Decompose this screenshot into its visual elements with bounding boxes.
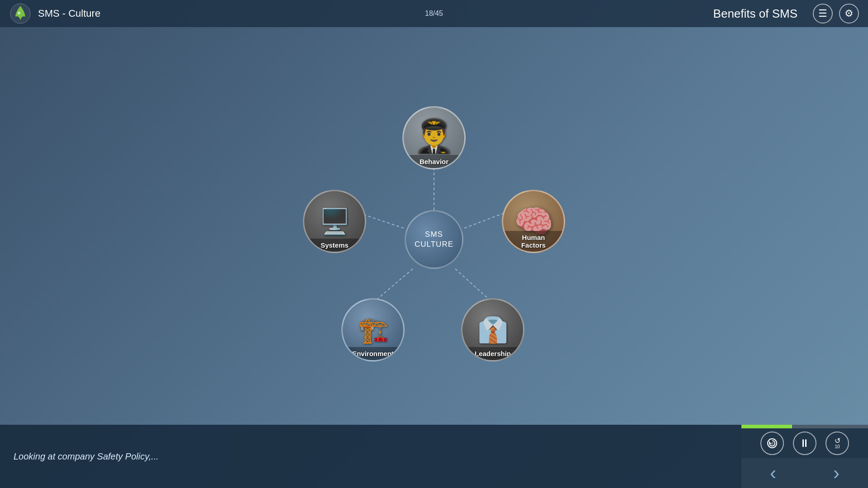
header-right: Benefits of SMS ☰ ⚙ — [713, 4, 859, 23]
header: SMS - Culture 18/45 Benefits of SMS ☰ ⚙ — [0, 0, 868, 27]
center-node-label-line1: SMS — [415, 230, 453, 239]
next-icon: › — [833, 462, 840, 484]
node-leadership[interactable]: 👔 Leadership — [461, 298, 524, 361]
prev-icon: ‹ — [770, 462, 776, 484]
menu-icon: ☰ — [818, 8, 827, 19]
footer: Looking at company Safety Policy,... ↺ ⏸… — [0, 425, 868, 488]
controls-top: ↺ ⏸ ↺ 10 — [741, 428, 868, 458]
app-title: SMS - Culture — [38, 8, 100, 19]
systems-label: Systems — [304, 239, 365, 252]
pause-icon: ⏸ — [799, 437, 810, 450]
center-node-sms-culture[interactable]: SMS CULTURE — [405, 210, 463, 269]
controls-bottom: ‹ › — [741, 458, 868, 488]
rewind-icon: ↺ 10 — [835, 437, 840, 449]
svg-line-5 — [373, 269, 413, 303]
header-left: SMS - Culture — [9, 2, 100, 25]
behavior-label: Behavior — [404, 155, 464, 168]
menu-button[interactable]: ☰ — [813, 4, 833, 23]
progress-bar — [741, 425, 868, 428]
footer-controls: ↺ ⏸ ↺ 10 ‹ › — [741, 425, 868, 488]
replay-button[interactable]: ↺ — [760, 432, 784, 455]
diagram: SMS CULTURE 👨‍✈️ Behavior 🖥️ Systems 🧠 H… — [276, 81, 592, 398]
node-systems[interactable]: 🖥️ Systems — [303, 190, 366, 253]
settings-button[interactable]: ⚙ — [839, 4, 859, 23]
node-human-factors[interactable]: 🧠 HumanFactors — [502, 190, 565, 253]
environment-label: Environment — [343, 347, 403, 360]
slide-counter: 18/45 — [425, 9, 443, 18]
settings-icon: ⚙ — [844, 8, 854, 19]
svg-line-6 — [455, 269, 493, 303]
footer-status-text: Looking at company Safety Policy,... — [14, 451, 159, 462]
center-node-label-line2: CULTURE — [415, 239, 453, 249]
svg-point-1 — [18, 12, 20, 14]
logo-icon — [9, 2, 32, 25]
pause-button[interactable]: ⏸ — [793, 432, 816, 455]
main-content: SMS CULTURE 👨‍✈️ Behavior 🖥️ Systems 🧠 H… — [0, 27, 868, 452]
prev-button[interactable]: ‹ — [761, 462, 785, 484]
next-button[interactable]: › — [824, 462, 849, 484]
footer-text-area: Looking at company Safety Policy,... — [0, 425, 741, 488]
svg-text:↺: ↺ — [771, 442, 774, 445]
leadership-label: Leadership — [462, 347, 523, 360]
header-course-title: Benefits of SMS — [713, 7, 797, 21]
human-factors-label: HumanFactors — [503, 231, 564, 252]
node-environment[interactable]: 🏗️ Environment — [341, 298, 405, 361]
rewind-button[interactable]: ↺ 10 — [826, 432, 849, 455]
node-behavior[interactable]: 👨‍✈️ Behavior — [402, 106, 466, 169]
replay-icon: ↺ — [766, 437, 778, 449]
progress-bar-fill — [741, 425, 792, 428]
